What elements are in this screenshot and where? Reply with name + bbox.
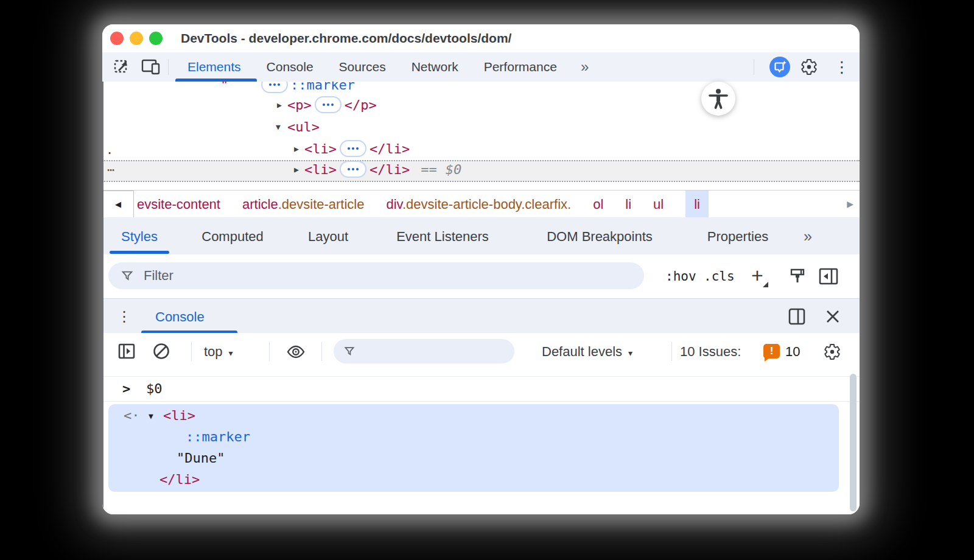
styles-tab-underline bbox=[110, 251, 169, 254]
tab-properties[interactable]: Properties bbox=[707, 217, 768, 254]
open-tag: <p> bbox=[287, 97, 312, 113]
clear-console-icon[interactable] bbox=[152, 342, 170, 360]
styles-filter-pill bbox=[108, 262, 644, 289]
tab-sources[interactable]: Sources bbox=[326, 52, 399, 82]
crumb-div[interactable]: div.devsite-article-body.clearfix. bbox=[387, 197, 572, 212]
levels-dropdown[interactable]: Default levels▾ bbox=[542, 333, 632, 370]
live-expression-eye-icon[interactable] bbox=[286, 343, 306, 360]
tab-layout[interactable]: Layout bbox=[308, 217, 348, 254]
drawer-menu-kebab-icon[interactable]: ⋮ bbox=[117, 299, 131, 334]
toggle-sidebar-icon[interactable] bbox=[819, 267, 838, 285]
gutter-ellipsis: ⋯ bbox=[107, 160, 114, 180]
close-tag: </li> bbox=[370, 162, 410, 177]
crumb-devsite-content[interactable]: evsite-content bbox=[137, 197, 220, 212]
dom-row-ul[interactable]: ▼ <ul> bbox=[102, 116, 860, 138]
accessibility-overlay-button[interactable] bbox=[701, 82, 735, 116]
page-background: DevTools - developer.chrome.com/docs/dev… bbox=[0, 0, 974, 560]
expand-arrow-icon[interactable]: ▶ bbox=[277, 94, 282, 116]
crumb-li-selected[interactable]: li bbox=[685, 191, 709, 218]
close-drawer-icon[interactable] bbox=[824, 308, 841, 325]
open-tag: <li> bbox=[163, 405, 195, 426]
elements-dom-tree: " ::marker ▶ <p></p> ▼ <ul> ▶ <li></li> … bbox=[102, 82, 860, 190]
main-toolbar: Elements Console Sources Network Perform… bbox=[102, 52, 860, 82]
device-toolbar-icon[interactable] bbox=[141, 58, 161, 75]
settings-gear-icon[interactable] bbox=[800, 58, 818, 76]
breadcrumb-back-button[interactable]: ◀ bbox=[102, 191, 134, 218]
tab-elements[interactable]: Elements bbox=[175, 52, 254, 82]
console-toolbar-divider bbox=[191, 342, 192, 361]
result-line-marker: ::marker bbox=[108, 426, 839, 447]
expand-arrow-icon[interactable]: ▶ bbox=[294, 138, 299, 160]
console-settings-gear-icon[interactable] bbox=[823, 343, 841, 361]
maximize-window-button[interactable] bbox=[149, 32, 163, 45]
tab-performance[interactable]: Performance bbox=[471, 52, 570, 82]
close-window-button[interactable] bbox=[110, 32, 124, 45]
more-sidebar-tabs-icon[interactable]: » bbox=[804, 217, 812, 254]
collapse-arrow-icon[interactable]: ▼ bbox=[276, 116, 281, 138]
new-style-rule-button[interactable]: + bbox=[745, 254, 769, 298]
breadcrumb-bar: ◀ evsite-content article.devsite-article… bbox=[102, 190, 860, 218]
context-selector[interactable]: top▾ bbox=[204, 333, 233, 370]
context-label: top bbox=[204, 344, 223, 359]
dom-row-p[interactable]: ▶ <p></p> bbox=[102, 94, 860, 116]
show-console-sidebar-icon[interactable] bbox=[118, 343, 135, 360]
tab-console[interactable]: Console bbox=[254, 52, 326, 82]
crumb-ol[interactable]: ol bbox=[593, 197, 603, 212]
ellipsis-expand-button[interactable] bbox=[315, 96, 342, 113]
console-filter-input[interactable] bbox=[362, 344, 492, 359]
accessibility-person-icon bbox=[708, 88, 729, 110]
ellipsis-expand-button[interactable] bbox=[340, 140, 366, 157]
collapse-arrow-icon[interactable]: ▼ bbox=[149, 405, 153, 427]
dom-row-li-selected[interactable]: ▶ <li></li>==$0 ⋯ bbox=[102, 160, 860, 182]
class-toggle-cls-button[interactable]: .cls bbox=[704, 254, 735, 298]
dom-node-code: <li></li> bbox=[304, 138, 410, 160]
ellipsis-expand-button[interactable] bbox=[261, 82, 288, 93]
styles-filter-bar: :hov .cls + bbox=[102, 254, 860, 299]
crumb-li[interactable]: li bbox=[625, 197, 631, 212]
back-chevron-icon: ◀ bbox=[115, 200, 121, 209]
chevron-down-icon: ▾ bbox=[628, 348, 632, 358]
tab-event-listeners[interactable]: Event Listeners bbox=[396, 217, 489, 254]
chevron-down-icon: ▾ bbox=[229, 348, 233, 358]
open-tag: <li> bbox=[304, 141, 337, 156]
issues-badge-icon[interactable]: ! bbox=[763, 344, 780, 359]
ai-assistant-icon[interactable] bbox=[769, 57, 790, 77]
crumb-article[interactable]: article.devsite-article bbox=[242, 197, 365, 212]
expand-arrow-icon[interactable]: ▶ bbox=[294, 160, 299, 180]
scrollbar-thumb[interactable] bbox=[850, 374, 857, 511]
console-messages: > $0 <· ▼ <li> ::marker "Dune" </li> bbox=[102, 370, 860, 514]
minimize-window-button[interactable] bbox=[130, 32, 143, 45]
close-tag: </li> bbox=[370, 141, 410, 156]
issues-count[interactable]: 10 bbox=[785, 333, 800, 370]
ellipsis-expand-button[interactable] bbox=[340, 161, 366, 178]
filter-funnel-icon bbox=[121, 269, 134, 282]
split-panel-icon[interactable] bbox=[788, 307, 806, 326]
more-tabs-icon[interactable]: » bbox=[570, 52, 600, 82]
more-options-kebab-icon[interactable]: ⋮ bbox=[834, 52, 850, 82]
pseudo-state-hov-button[interactable]: :hov bbox=[665, 254, 696, 298]
issues-label[interactable]: 10 Issues: bbox=[680, 333, 741, 370]
console-result-highlighted[interactable]: <· ▼ <li> ::marker "Dune" </li> bbox=[108, 404, 839, 492]
window-titlebar: DevTools - developer.chrome.com/docs/dev… bbox=[102, 24, 860, 53]
drawer-tab-console[interactable]: Console bbox=[155, 299, 205, 334]
screenshot-left-edge-line bbox=[102, 82, 103, 508]
dom-node-code: <p></p> bbox=[287, 94, 377, 116]
tab-dom-breakpoints[interactable]: DOM Breakpoints bbox=[547, 217, 653, 254]
result-line-li-open: <· ▼ <li> bbox=[108, 405, 839, 426]
levels-label: Default levels bbox=[542, 344, 622, 359]
crumb-ul[interactable]: ul bbox=[653, 197, 664, 212]
dom-node-code: <li></li>==$0 bbox=[304, 160, 461, 180]
open-tag: <li> bbox=[304, 162, 337, 177]
inspect-icon[interactable] bbox=[113, 58, 131, 76]
console-command-row[interactable]: > $0 bbox=[102, 376, 860, 402]
breadcrumb-forward-button[interactable]: ▶ bbox=[847, 191, 853, 218]
window-title: DevTools - developer.chrome.com/docs/dev… bbox=[181, 31, 511, 46]
tab-styles[interactable]: Styles bbox=[121, 217, 158, 254]
dom-row-li-1[interactable]: ▶ <li></li> bbox=[102, 138, 860, 160]
tab-network[interactable]: Network bbox=[399, 52, 471, 82]
breadcrumb: evsite-content article.devsite-article d… bbox=[137, 191, 709, 218]
dollar-zero-label: $0 bbox=[446, 162, 462, 177]
styles-filter-input[interactable] bbox=[142, 267, 608, 284]
rendering-brush-icon[interactable] bbox=[788, 267, 807, 285]
tab-computed[interactable]: Computed bbox=[201, 217, 264, 254]
